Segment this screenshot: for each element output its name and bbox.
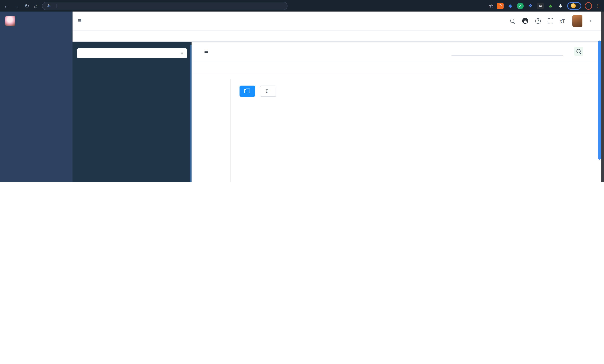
font-size-icon[interactable]: tT [560,18,566,24]
chevron-down-icon: ∨ [181,51,183,55]
swagger-sidebar: ∨ [73,42,191,182]
page-scrollbar-thumb[interactable] [598,40,601,160]
search-icon[interactable] [510,18,515,23]
doc-tabs [191,61,604,75]
api-group-select[interactable]: ∨ [77,48,187,58]
fullscreen-icon[interactable] [548,18,553,24]
extension-icon[interactable]: ✻ [557,2,564,9]
logo-avatar [5,16,15,26]
browser-update-button[interactable] [585,2,592,10]
copy-button[interactable] [239,86,255,97]
browser-menu-icon[interactable]: ⋮ [595,3,600,9]
insecure-warning-icon: ⚠ [47,3,50,8]
app-header: ≡ ? tT ▾ [73,12,604,30]
github-icon[interactable] [522,18,528,24]
reload-icon[interactable]: ↻ [25,2,29,9]
extension-icon[interactable]: ♣ [547,2,554,9]
download-button[interactable]: ↧ [260,86,276,97]
extension-icon[interactable]: ≋ [537,2,544,9]
extension-icon[interactable]: ◠ [497,2,503,9]
code-editor[interactable] [241,98,600,182]
extension-icon[interactable]: ❖ [527,2,534,9]
doc-search-input[interactable] [452,47,563,56]
extension-paused-pill[interactable] [567,2,581,10]
address-bar[interactable]: ⚠ [42,2,287,10]
emoji-face-icon [571,3,576,8]
copy-icon [244,89,248,93]
app-logo[interactable] [0,12,73,30]
doc-search-icon[interactable] [574,47,583,56]
back-icon[interactable]: ← [4,3,9,9]
collapse-sidebar-icon[interactable]: ≡ [204,47,208,55]
chevron-down-icon[interactable]: ▾ [590,19,591,23]
extension-icon[interactable]: ◆ [507,2,514,9]
screen: ← → ↻ ⌂ ⚠ ☆ ◠ ◆ ✓ ❖ ≋ ♣ ✻ [0,0,604,182]
doc-mini-nav [191,79,231,182]
download-icon: ↧ [265,88,269,94]
help-icon[interactable]: ? [535,18,541,24]
tags-view-bar [73,30,604,42]
extension-icon[interactable]: ✓ [517,2,524,9]
browser-chrome: ← → ↻ ⌂ ⚠ ☆ ◠ ◆ ✓ ❖ ≋ ♣ ✻ [0,0,604,12]
bookmark-star-icon[interactable]: ☆ [489,3,493,9]
window-edge [601,12,604,182]
home-icon[interactable]: ⌂ [34,3,37,9]
app-sidebar [0,12,73,182]
doc-header: ≡ [191,42,604,61]
avatar[interactable] [573,15,583,27]
forward-icon[interactable]: → [14,3,20,9]
hamburger-icon[interactable]: ≡ [78,17,81,25]
doc-main: ≡ ↧ [191,42,604,182]
address-divider [56,3,57,8]
